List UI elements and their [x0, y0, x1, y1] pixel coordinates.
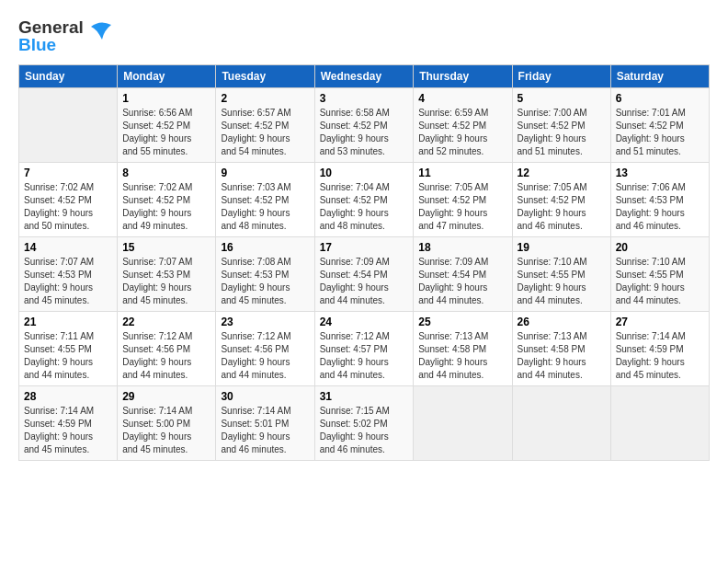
day-cell: 27Sunrise: 7:14 AM Sunset: 4:59 PM Dayli… — [610, 312, 709, 386]
day-cell: 8Sunrise: 7:02 AM Sunset: 4:52 PM Daylig… — [118, 163, 216, 237]
day-cell: 25Sunrise: 7:13 AM Sunset: 4:58 PM Dayli… — [414, 312, 512, 386]
day-number: 29 — [122, 390, 210, 403]
day-number: 13 — [616, 167, 704, 179]
day-cell: 31Sunrise: 7:15 AM Sunset: 5:02 PM Dayli… — [314, 386, 414, 461]
day-number: 21 — [24, 316, 112, 328]
day-number: 1 — [122, 92, 210, 105]
day-info: Sunrise: 7:04 AM Sunset: 4:52 PM Dayligh… — [320, 181, 409, 233]
col-wednesday: Wednesday — [314, 65, 414, 88]
calendar-body: 1Sunrise: 6:56 AM Sunset: 4:52 PM Daylig… — [19, 88, 710, 461]
day-cell: 7Sunrise: 7:02 AM Sunset: 4:52 PM Daylig… — [19, 163, 118, 237]
calendar-table: Sunday Monday Tuesday Wednesday Thursday… — [18, 64, 710, 461]
day-info: Sunrise: 7:13 AM Sunset: 4:58 PM Dayligh… — [418, 330, 506, 382]
day-number: 12 — [518, 167, 606, 179]
day-number: 9 — [221, 167, 309, 179]
day-info: Sunrise: 7:07 AM Sunset: 4:53 PM Dayligh… — [24, 256, 112, 307]
day-number: 27 — [616, 316, 704, 328]
day-cell — [610, 386, 709, 461]
col-monday: Monday — [118, 65, 216, 88]
col-saturday: Saturday — [610, 65, 709, 88]
day-info: Sunrise: 7:01 AM Sunset: 4:52 PM Dayligh… — [616, 107, 704, 158]
day-number: 17 — [320, 241, 409, 254]
day-info: Sunrise: 7:11 AM Sunset: 4:55 PM Dayligh… — [24, 330, 112, 382]
day-info: Sunrise: 7:02 AM Sunset: 4:52 PM Dayligh… — [122, 181, 210, 233]
day-number: 7 — [24, 167, 112, 179]
day-info: Sunrise: 7:00 AM Sunset: 4:52 PM Dayligh… — [518, 107, 606, 158]
logo-bird-icon — [87, 19, 113, 52]
day-cell: 14Sunrise: 7:07 AM Sunset: 4:53 PM Dayli… — [19, 237, 118, 312]
day-cell: 22Sunrise: 7:12 AM Sunset: 4:56 PM Dayli… — [118, 312, 216, 386]
day-number: 4 — [418, 92, 506, 105]
day-cell: 17Sunrise: 7:09 AM Sunset: 4:54 PM Dayli… — [314, 237, 414, 312]
day-number: 28 — [24, 390, 112, 403]
week-row-3: 14Sunrise: 7:07 AM Sunset: 4:53 PM Dayli… — [19, 237, 710, 312]
day-info: Sunrise: 7:12 AM Sunset: 4:57 PM Dayligh… — [320, 330, 409, 382]
day-info: Sunrise: 7:14 AM Sunset: 4:59 PM Dayligh… — [616, 330, 704, 382]
day-number: 25 — [418, 316, 506, 328]
day-number: 6 — [616, 92, 704, 105]
day-cell: 12Sunrise: 7:05 AM Sunset: 4:52 PM Dayli… — [512, 163, 610, 237]
day-info: Sunrise: 7:05 AM Sunset: 4:52 PM Dayligh… — [418, 181, 506, 233]
day-info: Sunrise: 7:09 AM Sunset: 4:54 PM Dayligh… — [320, 256, 409, 307]
day-info: Sunrise: 7:12 AM Sunset: 4:56 PM Dayligh… — [221, 330, 309, 382]
day-number: 20 — [616, 241, 704, 254]
day-cell: 10Sunrise: 7:04 AM Sunset: 4:52 PM Dayli… — [314, 163, 414, 237]
day-number: 16 — [221, 241, 309, 254]
day-info: Sunrise: 7:02 AM Sunset: 4:52 PM Dayligh… — [24, 181, 112, 233]
day-number: 22 — [122, 316, 210, 328]
day-cell: 5Sunrise: 7:00 AM Sunset: 4:52 PM Daylig… — [512, 88, 610, 163]
day-cell — [512, 386, 610, 461]
day-number: 3 — [320, 92, 409, 105]
day-info: Sunrise: 7:03 AM Sunset: 4:52 PM Dayligh… — [221, 181, 309, 233]
day-cell: 6Sunrise: 7:01 AM Sunset: 4:52 PM Daylig… — [610, 88, 709, 163]
day-number: 24 — [320, 316, 409, 328]
col-tuesday: Tuesday — [216, 65, 314, 88]
day-info: Sunrise: 6:58 AM Sunset: 4:52 PM Dayligh… — [320, 107, 409, 158]
col-thursday: Thursday — [414, 65, 512, 88]
day-info: Sunrise: 6:56 AM Sunset: 4:52 PM Dayligh… — [122, 107, 210, 158]
day-cell: 21Sunrise: 7:11 AM Sunset: 4:55 PM Dayli… — [19, 312, 118, 386]
day-number: 31 — [320, 390, 409, 403]
day-number: 10 — [320, 167, 409, 179]
day-cell: 16Sunrise: 7:08 AM Sunset: 4:53 PM Dayli… — [216, 237, 314, 312]
week-row-1: 1Sunrise: 6:56 AM Sunset: 4:52 PM Daylig… — [19, 88, 710, 163]
day-cell — [414, 386, 512, 461]
day-number: 15 — [122, 241, 210, 254]
day-number: 19 — [518, 241, 606, 254]
day-cell: 15Sunrise: 7:07 AM Sunset: 4:53 PM Dayli… — [118, 237, 216, 312]
day-number: 14 — [24, 241, 112, 254]
week-row-4: 21Sunrise: 7:11 AM Sunset: 4:55 PM Dayli… — [19, 312, 710, 386]
day-cell: 4Sunrise: 6:59 AM Sunset: 4:52 PM Daylig… — [414, 88, 512, 163]
day-info: Sunrise: 7:06 AM Sunset: 4:53 PM Dayligh… — [616, 181, 704, 233]
day-cell: 28Sunrise: 7:14 AM Sunset: 4:59 PM Dayli… — [19, 386, 118, 461]
day-cell: 2Sunrise: 6:57 AM Sunset: 4:52 PM Daylig… — [216, 88, 314, 163]
col-sunday: Sunday — [19, 65, 118, 88]
day-number: 26 — [518, 316, 606, 328]
day-info: Sunrise: 7:10 AM Sunset: 4:55 PM Dayligh… — [518, 256, 606, 307]
day-cell: 26Sunrise: 7:13 AM Sunset: 4:58 PM Dayli… — [512, 312, 610, 386]
day-info: Sunrise: 7:05 AM Sunset: 4:52 PM Dayligh… — [518, 181, 606, 233]
day-info: Sunrise: 7:14 AM Sunset: 5:01 PM Dayligh… — [221, 405, 309, 456]
day-info: Sunrise: 7:07 AM Sunset: 4:53 PM Dayligh… — [122, 256, 210, 307]
day-number: 2 — [221, 92, 309, 105]
day-number: 5 — [518, 92, 606, 105]
day-cell: 19Sunrise: 7:10 AM Sunset: 4:55 PM Dayli… — [512, 237, 610, 312]
day-cell: 24Sunrise: 7:12 AM Sunset: 4:57 PM Dayli… — [314, 312, 414, 386]
day-cell: 3Sunrise: 6:58 AM Sunset: 4:52 PM Daylig… — [314, 88, 414, 163]
day-info: Sunrise: 7:09 AM Sunset: 4:54 PM Dayligh… — [418, 256, 506, 307]
day-info: Sunrise: 7:12 AM Sunset: 4:56 PM Dayligh… — [122, 330, 210, 382]
day-number: 11 — [418, 167, 506, 179]
day-cell: 9Sunrise: 7:03 AM Sunset: 4:52 PM Daylig… — [216, 163, 314, 237]
week-row-5: 28Sunrise: 7:14 AM Sunset: 4:59 PM Dayli… — [19, 386, 710, 461]
day-cell: 20Sunrise: 7:10 AM Sunset: 4:55 PM Dayli… — [610, 237, 709, 312]
day-cell: 11Sunrise: 7:05 AM Sunset: 4:52 PM Dayli… — [414, 163, 512, 237]
day-info: Sunrise: 7:15 AM Sunset: 5:02 PM Dayligh… — [320, 405, 409, 456]
day-cell: 1Sunrise: 6:56 AM Sunset: 4:52 PM Daylig… — [118, 88, 216, 163]
day-info: Sunrise: 7:13 AM Sunset: 4:58 PM Dayligh… — [518, 330, 606, 382]
day-number: 23 — [221, 316, 309, 328]
day-cell: 29Sunrise: 7:14 AM Sunset: 5:00 PM Dayli… — [118, 386, 216, 461]
calendar-container: General Blue Sunday Monday Tuesday Wedne… — [0, 0, 728, 470]
day-cell: 13Sunrise: 7:06 AM Sunset: 4:53 PM Dayli… — [610, 163, 709, 237]
day-cell: 30Sunrise: 7:14 AM Sunset: 5:01 PM Dayli… — [216, 386, 314, 461]
day-number: 8 — [122, 167, 210, 179]
